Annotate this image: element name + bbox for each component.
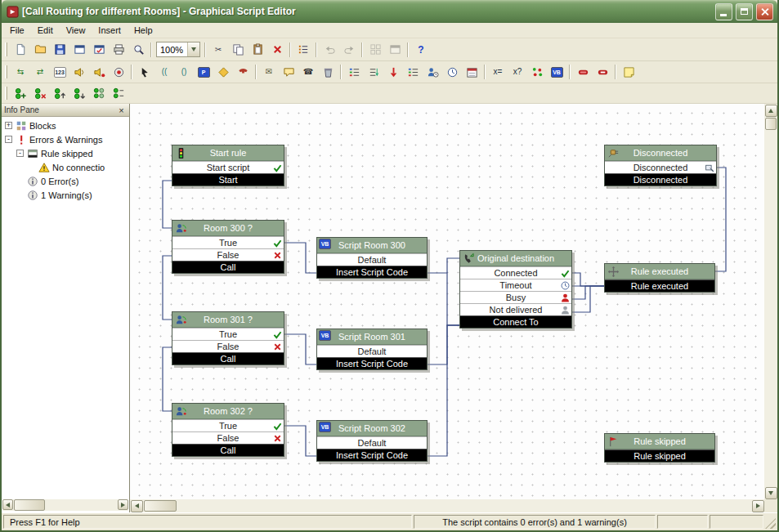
connection-wire[interactable]: [163, 256, 172, 320]
block-row-disconnected[interactable]: Disconnected: [605, 161, 716, 173]
route-call-button[interactable]: [233, 63, 253, 81]
block-row-default[interactable]: Default: [317, 345, 427, 357]
align-blocks-button[interactable]: [365, 41, 385, 59]
block-row-default[interactable]: Default: [317, 253, 427, 266]
block-row-true[interactable]: True: [172, 236, 284, 248]
block-action-row[interactable]: Connect To: [460, 315, 571, 328]
comment-button[interactable]: [619, 63, 638, 81]
print-button[interactable]: [109, 41, 128, 59]
menu-edit[interactable]: Edit: [31, 24, 60, 37]
block-list-button[interactable]: [293, 41, 313, 59]
send-email-button[interactable]: ✉: [259, 63, 279, 81]
block-header[interactable]: Room 300 ?: [172, 221, 284, 236]
pickup-call-button[interactable]: [135, 63, 154, 81]
scroll-right-button[interactable]: [118, 499, 128, 510]
menu-insert[interactable]: Insert: [92, 24, 128, 37]
block-header[interactable]: Rule skipped: [605, 434, 714, 449]
menu-help[interactable]: Help: [128, 24, 159, 37]
open-button[interactable]: [30, 41, 50, 59]
block-header[interactable]: Disconnected: [605, 145, 716, 161]
record-call-button[interactable]: [109, 63, 128, 81]
connection-wire[interactable]: [428, 325, 459, 364]
tree-expander[interactable]: -: [16, 150, 24, 157]
tree-item-no-connectio[interactable]: No connectio: [2, 160, 129, 174]
move-rule-up-button[interactable]: [50, 84, 69, 102]
help-button[interactable]: ?: [411, 41, 431, 59]
block-room-300[interactable]: Room 300 ?TrueFalseCall: [172, 220, 284, 274]
canvas-horizontal-scrollbar[interactable]: [130, 499, 764, 512]
block-header[interactable]: VBScript Room 302: [317, 421, 427, 436]
agent-status-button[interactable]: [423, 63, 442, 81]
block-header[interactable]: Original destination: [460, 251, 571, 266]
block-action-row[interactable]: Call: [172, 261, 284, 273]
block-start-rule[interactable]: Start ruleStart scriptStart: [172, 145, 284, 186]
rules-overview-button[interactable]: [89, 84, 109, 102]
canvas-vertical-scrollbar[interactable]: [764, 104, 777, 499]
block-original-destination[interactable]: Original destinationConnectedTimeoutBusy…: [459, 250, 572, 329]
title-bar[interactable]: [Call Routing for different Rooms] - Gra…: [2, 0, 777, 23]
maximize-button[interactable]: [736, 3, 753, 20]
tree-item-rule-skipped[interactable]: -Rule skipped: [2, 146, 129, 160]
scroll-left-button[interactable]: [2, 499, 13, 510]
block-action-row[interactable]: Insert Script Code: [317, 449, 427, 461]
connection-wire[interactable]: [428, 325, 459, 456]
save-button[interactable]: [50, 41, 69, 59]
rule-properties-button[interactable]: [109, 84, 128, 102]
export-script-button[interactable]: [69, 41, 89, 59]
block-row-false[interactable]: False: [172, 340, 284, 352]
block-row-false[interactable]: False: [172, 431, 284, 444]
block-header[interactable]: VBScript Room 300: [317, 238, 427, 253]
scroll-left-button[interactable]: [131, 500, 143, 512]
scrollbar-thumb[interactable]: [765, 118, 777, 130]
move-rule-down-button[interactable]: [69, 84, 89, 102]
tree-expander[interactable]: +: [5, 122, 12, 129]
connection-wire[interactable]: [284, 426, 316, 456]
connection-wire[interactable]: [572, 286, 604, 299]
block-row-default[interactable]: Default: [317, 436, 427, 449]
scroll-down-button[interactable]: [765, 487, 777, 499]
connection-wire[interactable]: [284, 243, 316, 273]
block-action-row[interactable]: Rule skipped: [605, 449, 714, 462]
paste-button[interactable]: [248, 41, 267, 59]
block-header[interactable]: Start rule: [172, 145, 284, 161]
zoom-dropdown-button[interactable]: [187, 42, 199, 56]
block-action-row[interactable]: Disconnected: [605, 173, 716, 186]
priority-button[interactable]: [403, 63, 423, 81]
block-action-row[interactable]: Rule executed: [605, 279, 714, 292]
arrange-blocks-button[interactable]: [385, 41, 405, 59]
block-script-room-301[interactable]: VBScript Room 301DefaultInsert Script Co…: [316, 329, 428, 370]
block-row-start-script[interactable]: Start script: [172, 161, 284, 173]
new-document-button[interactable]: [11, 41, 30, 59]
scrollbar-track[interactable]: [13, 499, 118, 511]
queue-button[interactable]: [344, 63, 364, 81]
block-rule-skipped[interactable]: Rule skippedRule skipped: [604, 433, 715, 463]
block-room-302[interactable]: Room 302 ?TrueFalseCall: [172, 403, 284, 457]
close-button[interactable]: [756, 3, 773, 20]
distribute-call-button[interactable]: [364, 63, 383, 81]
record-announcement-button[interactable]: [89, 63, 109, 81]
block-row-connected[interactable]: Connected: [460, 266, 571, 279]
tree-item-0-error-s[interactable]: 0 Error(s): [2, 174, 129, 188]
block-action-row[interactable]: Insert Script Code: [317, 266, 427, 278]
scrollbar-thumb[interactable]: [144, 500, 177, 512]
block-disconnected[interactable]: DisconnectedDisconnectedDisconnected: [604, 145, 717, 186]
script-properties-button[interactable]: [89, 41, 109, 59]
scrollbar-track[interactable]: [143, 499, 751, 512]
cut-button[interactable]: ✂: [208, 41, 228, 59]
scrollbar-thumb[interactable]: [14, 499, 45, 511]
menu-view[interactable]: View: [60, 24, 92, 37]
block-row-busy[interactable]: Busy: [460, 291, 571, 303]
block-action-row[interactable]: Call: [172, 444, 284, 456]
new-rule-button[interactable]: [11, 84, 30, 102]
delete-recording-button[interactable]: [318, 63, 338, 81]
vbscript-button[interactable]: VB: [547, 63, 566, 81]
block-header[interactable]: VBScript Room 301: [317, 329, 427, 345]
redo-button[interactable]: [339, 41, 359, 59]
block-header[interactable]: Room 301 ?: [172, 312, 284, 328]
connection-wire[interactable]: [447, 258, 459, 273]
tree-item-blocks[interactable]: +Blocks: [2, 118, 129, 132]
block-row-true[interactable]: True: [172, 419, 284, 431]
connection-wire[interactable]: [572, 273, 604, 286]
connection-wire[interactable]: [163, 181, 172, 228]
tree-item-errors-warnings[interactable]: -Errors & Warnings: [2, 132, 129, 146]
